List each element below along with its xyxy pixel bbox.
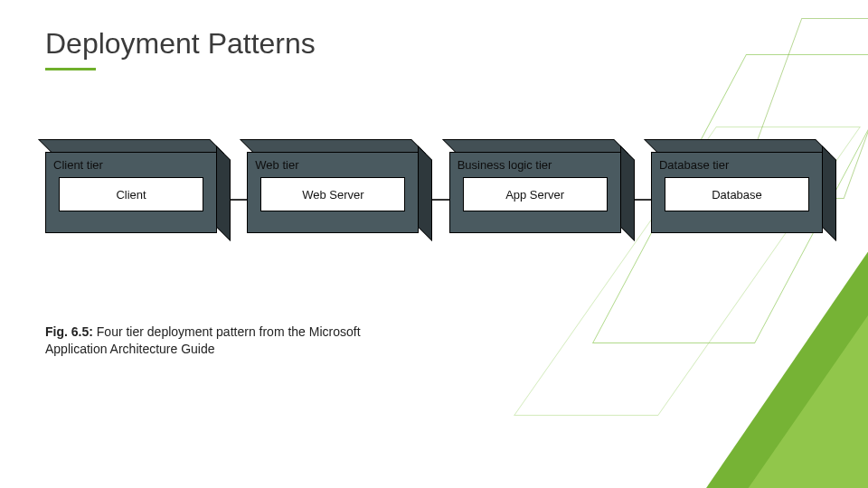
tier-label: Database tier (659, 158, 815, 172)
tier-label: Business logic tier (458, 158, 613, 172)
tier-component: Database (665, 177, 809, 211)
caption-body: Four tier deployment pattern from the Mi… (45, 324, 361, 356)
figure-caption: Fig. 6.5: Four tier deployment pattern f… (45, 324, 389, 358)
tier-label: Web tier (255, 158, 410, 172)
tier-client: Client tier Client (45, 152, 217, 233)
page-title: Deployment Patterns (45, 27, 823, 61)
four-tier-diagram: Client tier Client Web tier Web Server B… (45, 152, 823, 260)
tier-web: Web tier Web Server (247, 152, 419, 233)
tier-database: Database tier Database (651, 152, 823, 233)
tier-component: Client (59, 177, 203, 211)
caption-prefix: Fig. 6.5: (45, 324, 93, 339)
tier-business-logic: Business logic tier App Server (449, 152, 621, 233)
tier-component: App Server (463, 177, 608, 211)
tier-component: Web Server (260, 177, 405, 211)
title-underline (45, 68, 96, 70)
tier-label: Client tier (53, 158, 209, 172)
